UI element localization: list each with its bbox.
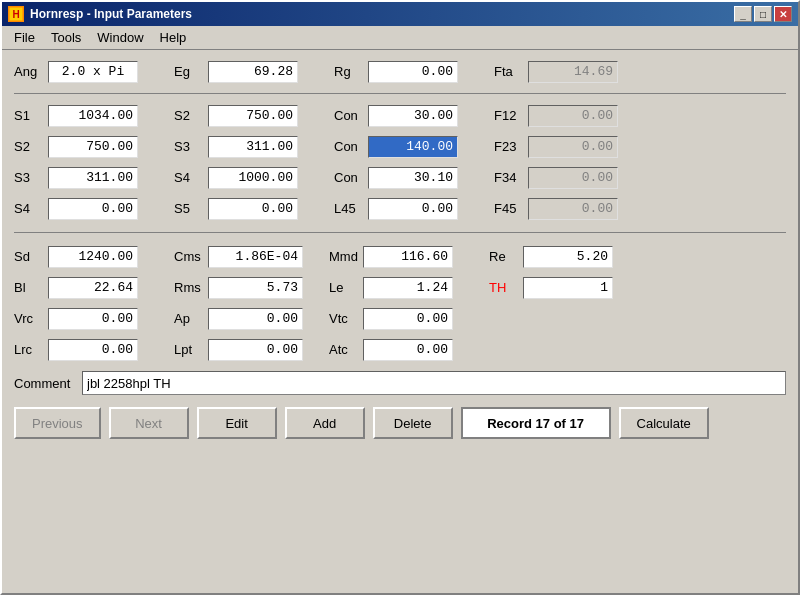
- row-bl: Bl Rms Le TH: [14, 274, 786, 301]
- row-s4: S4 S5 L45 F45: [14, 195, 786, 222]
- s4a-input[interactable]: [208, 167, 298, 189]
- app-icon: H: [8, 6, 24, 22]
- add-button[interactable]: Add: [285, 407, 365, 439]
- vtc-label: Vtc: [329, 311, 359, 326]
- menu-window[interactable]: Window: [89, 28, 151, 47]
- content-area: Ang Eg Rg Fta S1: [2, 50, 798, 593]
- con1-input[interactable]: [368, 105, 458, 127]
- row-sd: Sd Cms Mmd Re: [14, 243, 786, 270]
- s2a-input[interactable]: [208, 105, 298, 127]
- con3-label: Con: [334, 170, 364, 185]
- f45-label: F45: [494, 201, 524, 216]
- sd-input[interactable]: [48, 246, 138, 268]
- f23-label: F23: [494, 139, 524, 154]
- record-display: Record 17 of 17: [461, 407, 611, 439]
- menu-tools[interactable]: Tools: [43, 28, 89, 47]
- row-ang: Ang Eg Rg Fta: [14, 58, 786, 85]
- s4a-label: S4: [174, 170, 204, 185]
- rms-label: Rms: [174, 280, 204, 295]
- rms-input[interactable]: [208, 277, 303, 299]
- eg-input[interactable]: [208, 61, 298, 83]
- vrc-input[interactable]: [48, 308, 138, 330]
- con3-input[interactable]: [368, 167, 458, 189]
- s2a-label: S2: [174, 108, 204, 123]
- eg-label: Eg: [174, 64, 204, 79]
- vtc-input[interactable]: [363, 308, 453, 330]
- f45-input: [528, 198, 618, 220]
- comment-input[interactable]: [82, 371, 786, 395]
- l45-input[interactable]: [368, 198, 458, 220]
- bl-label: Bl: [14, 280, 44, 295]
- re-input[interactable]: [523, 246, 613, 268]
- s4-input[interactable]: [48, 198, 138, 220]
- rg-label: Rg: [334, 64, 364, 79]
- le-label: Le: [329, 280, 359, 295]
- menu-file[interactable]: File: [6, 28, 43, 47]
- s3a-input[interactable]: [208, 136, 298, 158]
- comment-row: Comment: [14, 371, 786, 395]
- row-lrc: Lrc Lpt Atc: [14, 336, 786, 363]
- comment-label: Comment: [14, 376, 74, 391]
- lpt-label: Lpt: [174, 342, 204, 357]
- ang-input[interactable]: [48, 61, 138, 83]
- lpt-input[interactable]: [208, 339, 303, 361]
- le-input[interactable]: [363, 277, 453, 299]
- s1-input[interactable]: [48, 105, 138, 127]
- rg-input[interactable]: [368, 61, 458, 83]
- f23-input: [528, 136, 618, 158]
- s4-label: S4: [14, 201, 44, 216]
- title-bar: H Hornresp - Input Parameters _ □ ✕: [2, 2, 798, 26]
- window-title: Hornresp - Input Parameters: [30, 7, 192, 21]
- menu-help[interactable]: Help: [152, 28, 195, 47]
- mmd-input[interactable]: [363, 246, 453, 268]
- lrc-label: Lrc: [14, 342, 44, 357]
- menu-bar: File Tools Window Help: [2, 26, 798, 50]
- row-s3: S3 S4 Con F34: [14, 164, 786, 191]
- th-input[interactable]: [523, 277, 613, 299]
- atc-input[interactable]: [363, 339, 453, 361]
- con2-label: Con: [334, 139, 364, 154]
- f12-label: F12: [494, 108, 524, 123]
- fta-input: [528, 61, 618, 83]
- lrc-input[interactable]: [48, 339, 138, 361]
- con2-input[interactable]: [368, 136, 458, 158]
- atc-label: Atc: [329, 342, 359, 357]
- maximize-button[interactable]: □: [754, 6, 772, 22]
- s2-input[interactable]: [48, 136, 138, 158]
- calculate-button[interactable]: Calculate: [619, 407, 709, 439]
- bl-input[interactable]: [48, 277, 138, 299]
- button-row: Previous Next Edit Add Delete Record 17 …: [14, 407, 786, 447]
- close-button[interactable]: ✕: [774, 6, 792, 22]
- f12-input: [528, 105, 618, 127]
- window-controls: _ □ ✕: [734, 6, 792, 22]
- ang-label: Ang: [14, 64, 44, 79]
- fta-label: Fta: [494, 64, 524, 79]
- main-window: H Hornresp - Input Parameters _ □ ✕ File…: [0, 0, 800, 595]
- vrc-label: Vrc: [14, 311, 44, 326]
- previous-button[interactable]: Previous: [14, 407, 101, 439]
- sd-label: Sd: [14, 249, 44, 264]
- s5a-label: S5: [174, 201, 204, 216]
- cms-label: Cms: [174, 249, 204, 264]
- svg-text:H: H: [12, 9, 19, 20]
- delete-button[interactable]: Delete: [373, 407, 453, 439]
- re-label: Re: [489, 249, 519, 264]
- th-label: TH: [489, 280, 519, 295]
- mmd-label: Mmd: [329, 249, 359, 264]
- row-s2: S2 S3 Con F23: [14, 133, 786, 160]
- f34-input: [528, 167, 618, 189]
- s1-label: S1: [14, 108, 44, 123]
- s2-label: S2: [14, 139, 44, 154]
- s5a-input[interactable]: [208, 198, 298, 220]
- f34-label: F34: [494, 170, 524, 185]
- edit-button[interactable]: Edit: [197, 407, 277, 439]
- con1-label: Con: [334, 108, 364, 123]
- ap-label: Ap: [174, 311, 204, 326]
- s3a-label: S3: [174, 139, 204, 154]
- next-button[interactable]: Next: [109, 407, 189, 439]
- minimize-button[interactable]: _: [734, 6, 752, 22]
- ap-input[interactable]: [208, 308, 303, 330]
- row-s1: S1 S2 Con F12: [14, 102, 786, 129]
- cms-input[interactable]: [208, 246, 303, 268]
- s3-input[interactable]: [48, 167, 138, 189]
